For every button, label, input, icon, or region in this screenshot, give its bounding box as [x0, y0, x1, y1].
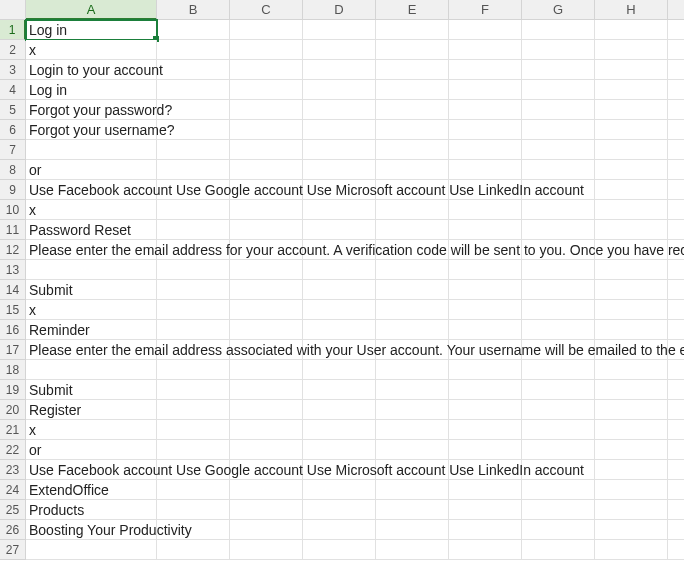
- row-header-27[interactable]: 27: [0, 540, 26, 560]
- column-header-A[interactable]: A: [26, 0, 157, 20]
- cell-D5[interactable]: [303, 100, 376, 120]
- cell-B7[interactable]: [157, 140, 230, 160]
- cell-E12[interactable]: [376, 240, 449, 260]
- cell-H11[interactable]: [595, 220, 668, 240]
- cell-C18[interactable]: [230, 360, 303, 380]
- cell-A3[interactable]: Login to your account: [26, 60, 157, 80]
- cell-A9[interactable]: Use Facebook account Use Google account …: [26, 180, 157, 200]
- column-header-E[interactable]: E: [376, 0, 449, 20]
- cell-G5[interactable]: [522, 100, 595, 120]
- row-header-16[interactable]: 16: [0, 320, 26, 340]
- cell-D16[interactable]: [303, 320, 376, 340]
- cell-C23[interactable]: [230, 460, 303, 480]
- cell-F14[interactable]: [449, 280, 522, 300]
- cell-A13[interactable]: [26, 260, 157, 280]
- cell-D1[interactable]: [303, 20, 376, 40]
- cell-A24[interactable]: ExtendOffice: [26, 480, 157, 500]
- cell-C15[interactable]: [230, 300, 303, 320]
- cell-F27[interactable]: [449, 540, 522, 560]
- cell-D2[interactable]: [303, 40, 376, 60]
- cell-E26[interactable]: [376, 520, 449, 540]
- cell-F19[interactable]: [449, 380, 522, 400]
- cell-I15[interactable]: [668, 300, 684, 320]
- row-header-19[interactable]: 19: [0, 380, 26, 400]
- cell-G8[interactable]: [522, 160, 595, 180]
- cell-A15[interactable]: x: [26, 300, 157, 320]
- cell-G27[interactable]: [522, 540, 595, 560]
- cell-E23[interactable]: [376, 460, 449, 480]
- cell-H15[interactable]: [595, 300, 668, 320]
- cell-I25[interactable]: [668, 500, 684, 520]
- cell-C27[interactable]: [230, 540, 303, 560]
- cell-B4[interactable]: [157, 80, 230, 100]
- cell-E21[interactable]: [376, 420, 449, 440]
- cell-A22[interactable]: or: [26, 440, 157, 460]
- cell-C7[interactable]: [230, 140, 303, 160]
- cell-G16[interactable]: [522, 320, 595, 340]
- cell-E22[interactable]: [376, 440, 449, 460]
- cell-I8[interactable]: [668, 160, 684, 180]
- cell-A16[interactable]: Reminder: [26, 320, 157, 340]
- cell-B15[interactable]: [157, 300, 230, 320]
- cell-C24[interactable]: [230, 480, 303, 500]
- cell-G11[interactable]: [522, 220, 595, 240]
- cell-H3[interactable]: [595, 60, 668, 80]
- cell-F2[interactable]: [449, 40, 522, 60]
- cell-A14[interactable]: Submit: [26, 280, 157, 300]
- cell-G4[interactable]: [522, 80, 595, 100]
- row-header-22[interactable]: 22: [0, 440, 26, 460]
- cell-F13[interactable]: [449, 260, 522, 280]
- cell-B24[interactable]: [157, 480, 230, 500]
- cell-F26[interactable]: [449, 520, 522, 540]
- cell-A11[interactable]: Password Reset: [26, 220, 157, 240]
- column-header-C[interactable]: C: [230, 0, 303, 20]
- cell-G13[interactable]: [522, 260, 595, 280]
- cell-I9[interactable]: [668, 180, 684, 200]
- cell-G3[interactable]: [522, 60, 595, 80]
- cell-A5[interactable]: Forgot your password?: [26, 100, 157, 120]
- cell-I22[interactable]: [668, 440, 684, 460]
- cell-A6[interactable]: Forgot your username?: [26, 120, 157, 140]
- cell-I5[interactable]: [668, 100, 684, 120]
- cell-A26[interactable]: Boosting Your Productivity: [26, 520, 157, 540]
- row-header-12[interactable]: 12: [0, 240, 26, 260]
- cell-E25[interactable]: [376, 500, 449, 520]
- row-header-2[interactable]: 2: [0, 40, 26, 60]
- cell-H21[interactable]: [595, 420, 668, 440]
- cell-B1[interactable]: [157, 20, 230, 40]
- cell-D21[interactable]: [303, 420, 376, 440]
- cell-G15[interactable]: [522, 300, 595, 320]
- cell-B5[interactable]: [157, 100, 230, 120]
- cell-F23[interactable]: [449, 460, 522, 480]
- cell-B21[interactable]: [157, 420, 230, 440]
- cell-E10[interactable]: [376, 200, 449, 220]
- cell-A10[interactable]: x: [26, 200, 157, 220]
- column-header-G[interactable]: G: [522, 0, 595, 20]
- cell-I24[interactable]: [668, 480, 684, 500]
- cell-G1[interactable]: [522, 20, 595, 40]
- row-header-21[interactable]: 21: [0, 420, 26, 440]
- cell-E18[interactable]: [376, 360, 449, 380]
- cell-D20[interactable]: [303, 400, 376, 420]
- row-header-25[interactable]: 25: [0, 500, 26, 520]
- cell-G24[interactable]: [522, 480, 595, 500]
- cell-I18[interactable]: [668, 360, 684, 380]
- cell-D12[interactable]: [303, 240, 376, 260]
- cell-C4[interactable]: [230, 80, 303, 100]
- cell-H20[interactable]: [595, 400, 668, 420]
- cell-E6[interactable]: [376, 120, 449, 140]
- cell-E24[interactable]: [376, 480, 449, 500]
- cell-D18[interactable]: [303, 360, 376, 380]
- cell-A21[interactable]: x: [26, 420, 157, 440]
- cell-C14[interactable]: [230, 280, 303, 300]
- cell-I4[interactable]: [668, 80, 684, 100]
- cell-D6[interactable]: [303, 120, 376, 140]
- cell-C11[interactable]: [230, 220, 303, 240]
- cell-H27[interactable]: [595, 540, 668, 560]
- row-header-5[interactable]: 5: [0, 100, 26, 120]
- cell-H1[interactable]: [595, 20, 668, 40]
- cell-D27[interactable]: [303, 540, 376, 560]
- cell-A4[interactable]: Log in: [26, 80, 157, 100]
- cell-B14[interactable]: [157, 280, 230, 300]
- cell-A7[interactable]: [26, 140, 157, 160]
